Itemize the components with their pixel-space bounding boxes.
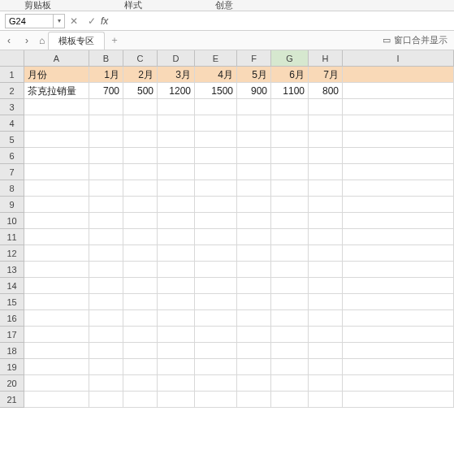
cell-B18[interactable] [89, 343, 123, 359]
spreadsheet-grid[interactable]: ABCDEFGHI1月份1月2月3月4月5月6月7月2茶克拉销量70050012… [0, 50, 454, 408]
cell-C9[interactable] [123, 197, 158, 213]
cell-F3[interactable] [237, 99, 271, 115]
row-header-13[interactable]: 13 [0, 262, 24, 278]
cell-C15[interactable] [123, 294, 158, 310]
cell-F8[interactable] [237, 180, 271, 197]
cell-C19[interactable] [123, 359, 158, 375]
cell-D2[interactable]: 1200 [158, 83, 195, 99]
cell-B5[interactable] [89, 132, 123, 148]
cell-A14[interactable] [24, 278, 89, 294]
cell-C10[interactable] [123, 213, 158, 229]
cell-A15[interactable] [24, 294, 89, 310]
cell-F21[interactable] [237, 392, 271, 408]
cell-I21[interactable] [343, 392, 454, 408]
cell-D3[interactable] [158, 99, 195, 115]
select-all-corner[interactable] [0, 50, 24, 67]
cell-C3[interactable] [123, 99, 158, 115]
col-header-F[interactable]: F [237, 50, 271, 67]
cell-F11[interactable] [237, 229, 271, 245]
row-header-16[interactable]: 16 [0, 310, 24, 327]
cell-F14[interactable] [237, 278, 271, 294]
cell-D15[interactable] [158, 294, 195, 310]
cell-G7[interactable] [271, 164, 309, 180]
cell-A5[interactable] [24, 132, 89, 148]
row-header-11[interactable]: 11 [0, 229, 24, 245]
cell-G20[interactable] [271, 375, 309, 392]
cell-G17[interactable] [271, 327, 309, 343]
col-header-A[interactable]: A [24, 50, 89, 67]
cell-I9[interactable] [343, 197, 454, 213]
cell-C8[interactable] [123, 180, 158, 197]
cell-B16[interactable] [89, 310, 123, 327]
cell-H2[interactable]: 800 [309, 83, 343, 99]
col-header-G[interactable]: G [271, 50, 309, 67]
cell-H11[interactable] [309, 229, 343, 245]
cell-G4[interactable] [271, 115, 309, 132]
cell-G10[interactable] [271, 213, 309, 229]
cell-E16[interactable] [195, 310, 237, 327]
cell-F12[interactable] [237, 245, 271, 262]
cell-D19[interactable] [158, 359, 195, 375]
cell-I20[interactable] [343, 375, 454, 392]
cell-G19[interactable] [271, 359, 309, 375]
cell-A16[interactable] [24, 310, 89, 327]
cell-H19[interactable] [309, 359, 343, 375]
cell-B17[interactable] [89, 327, 123, 343]
cell-G16[interactable] [271, 310, 309, 327]
cell-H18[interactable] [309, 343, 343, 359]
cell-H10[interactable] [309, 213, 343, 229]
cell-E1[interactable]: 4月 [195, 67, 237, 83]
cell-G9[interactable] [271, 197, 309, 213]
cancel-icon[interactable]: ✕ [65, 15, 83, 27]
cell-E15[interactable] [195, 294, 237, 310]
cell-H15[interactable] [309, 294, 343, 310]
cell-D18[interactable] [158, 343, 195, 359]
merge-window-label[interactable]: 窗口合并显示 [394, 34, 448, 46]
cell-F4[interactable] [237, 115, 271, 132]
cell-E10[interactable] [195, 213, 237, 229]
cell-F20[interactable] [237, 375, 271, 392]
cell-H9[interactable] [309, 197, 343, 213]
row-header-2[interactable]: 2 [0, 83, 24, 99]
cell-E18[interactable] [195, 343, 237, 359]
cell-A11[interactable] [24, 229, 89, 245]
cell-I3[interactable] [343, 99, 454, 115]
cell-I5[interactable] [343, 132, 454, 148]
cell-D4[interactable] [158, 115, 195, 132]
cell-B20[interactable] [89, 375, 123, 392]
cell-E2[interactable]: 1500 [195, 83, 237, 99]
cell-D14[interactable] [158, 278, 195, 294]
cell-E6[interactable] [195, 148, 237, 164]
cell-D6[interactable] [158, 148, 195, 164]
cell-H14[interactable] [309, 278, 343, 294]
cell-I18[interactable] [343, 343, 454, 359]
cell-B21[interactable] [89, 392, 123, 408]
row-header-1[interactable]: 1 [0, 67, 24, 83]
cell-C13[interactable] [123, 262, 158, 278]
cell-G3[interactable] [271, 99, 309, 115]
cell-A4[interactable] [24, 115, 89, 132]
cell-D7[interactable] [158, 164, 195, 180]
cell-I8[interactable] [343, 180, 454, 197]
row-header-21[interactable]: 21 [0, 392, 24, 408]
cell-C7[interactable] [123, 164, 158, 180]
cell-E21[interactable] [195, 392, 237, 408]
cell-D17[interactable] [158, 327, 195, 343]
cell-D8[interactable] [158, 180, 195, 197]
cell-D12[interactable] [158, 245, 195, 262]
cell-I16[interactable] [343, 310, 454, 327]
row-header-8[interactable]: 8 [0, 180, 24, 197]
cell-G5[interactable] [271, 132, 309, 148]
cell-D16[interactable] [158, 310, 195, 327]
row-header-9[interactable]: 9 [0, 197, 24, 213]
cell-A20[interactable] [24, 375, 89, 392]
cell-F9[interactable] [237, 197, 271, 213]
cell-D20[interactable] [158, 375, 195, 392]
add-sheet-icon[interactable]: ＋ [110, 33, 119, 47]
cell-B13[interactable] [89, 262, 123, 278]
cell-H13[interactable] [309, 262, 343, 278]
cell-E5[interactable] [195, 132, 237, 148]
cell-B9[interactable] [89, 197, 123, 213]
row-header-19[interactable]: 19 [0, 359, 24, 375]
cell-F17[interactable] [237, 327, 271, 343]
